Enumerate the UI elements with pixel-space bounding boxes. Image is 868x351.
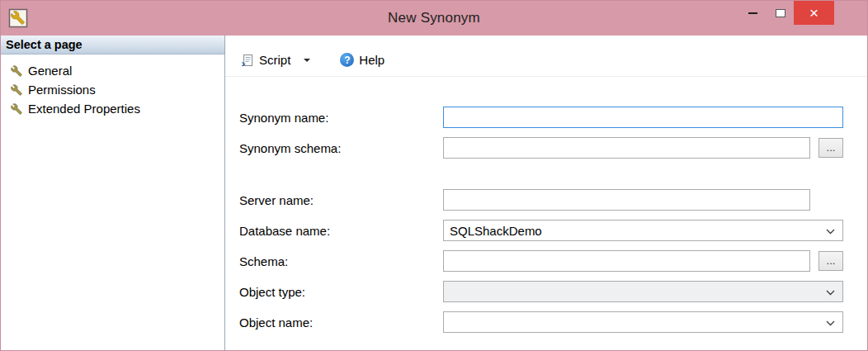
sidebar-item-permissions[interactable]: Permissions bbox=[1, 80, 224, 99]
field-row-synonym-name: Synonym name: bbox=[239, 107, 843, 128]
chevron-down-icon bbox=[826, 290, 835, 296]
minimize-icon bbox=[748, 12, 757, 14]
toolbar: Script ? Help bbox=[225, 36, 867, 77]
synonym-name-input[interactable] bbox=[443, 107, 843, 128]
new-synonym-dialog: New Synonym × Select a page General bbox=[0, 0, 868, 351]
window-controls: × bbox=[739, 1, 834, 25]
server-name-input[interactable] bbox=[443, 189, 810, 211]
object-type-combobox[interactable] bbox=[443, 281, 843, 302]
database-name-combobox[interactable]: SQLShackDemo bbox=[443, 220, 843, 241]
synonym-schema-browse-button[interactable]: ... bbox=[818, 138, 843, 158]
field-row-database-name: Database name: SQLShackDemo bbox=[239, 220, 843, 241]
maximize-button[interactable] bbox=[767, 1, 794, 25]
script-dropdown-button[interactable] bbox=[300, 55, 314, 65]
field-label: Schema: bbox=[239, 254, 443, 268]
chevron-down-icon bbox=[826, 229, 835, 235]
field-row-synonym-schema: Synonym schema: ... bbox=[239, 137, 843, 159]
maximize-icon bbox=[776, 9, 785, 17]
sidebar-item-label: Permissions bbox=[28, 83, 96, 97]
synonym-form: Synonym name: Synonym schema: ... Server… bbox=[225, 77, 867, 342]
close-button[interactable]: × bbox=[794, 1, 834, 25]
sidebar-item-label: General bbox=[28, 64, 72, 78]
field-row-server-name: Server name: bbox=[239, 189, 843, 211]
window-title: New Synonym bbox=[1, 10, 867, 26]
database-name-value: SQLShackDemo bbox=[450, 224, 542, 238]
field-label: Synonym name: bbox=[239, 111, 443, 125]
chevron-down-icon bbox=[826, 320, 835, 326]
titlebar: New Synonym × bbox=[1, 1, 867, 36]
help-button[interactable]: ? Help bbox=[336, 50, 389, 70]
schema-browse-button[interactable]: ... bbox=[818, 251, 843, 271]
minimize-button[interactable] bbox=[739, 1, 767, 25]
field-row-object-type: Object type: bbox=[239, 281, 843, 302]
schema-input[interactable] bbox=[443, 250, 810, 272]
page-list: General Permissions Extended Properties bbox=[1, 55, 224, 118]
close-icon: × bbox=[809, 5, 818, 21]
wrench-icon bbox=[11, 84, 22, 96]
object-name-combobox[interactable] bbox=[443, 311, 843, 333]
sidebar-item-extended-properties[interactable]: Extended Properties bbox=[1, 99, 224, 118]
script-button-label: Script bbox=[259, 53, 290, 67]
sidebar-item-general[interactable]: General bbox=[1, 61, 224, 80]
field-label: Synonym schema: bbox=[239, 141, 443, 155]
page-selector-pane: Select a page General Permissions bbox=[1, 36, 225, 350]
sidebar-item-label: Extended Properties bbox=[28, 102, 140, 116]
wrench-icon bbox=[11, 103, 22, 115]
page-selector-header: Select a page bbox=[1, 36, 224, 55]
field-label: Database name: bbox=[239, 224, 443, 238]
field-row-schema: Schema: ... bbox=[239, 250, 843, 272]
field-label: Object type: bbox=[239, 285, 443, 299]
wrench-icon bbox=[11, 65, 22, 77]
help-icon: ? bbox=[340, 53, 354, 67]
script-button[interactable]: Script bbox=[237, 50, 295, 70]
synonym-schema-input[interactable] bbox=[443, 137, 810, 159]
field-label: Server name: bbox=[239, 193, 443, 207]
field-row-object-name: Object name: bbox=[239, 311, 843, 333]
help-button-label: Help bbox=[359, 53, 384, 67]
app-icon bbox=[8, 8, 28, 28]
chevron-down-icon bbox=[304, 59, 310, 62]
main-pane: Script ? Help Synonym name: bbox=[225, 36, 867, 350]
field-label: Object name: bbox=[239, 315, 443, 330]
script-icon bbox=[241, 54, 254, 67]
